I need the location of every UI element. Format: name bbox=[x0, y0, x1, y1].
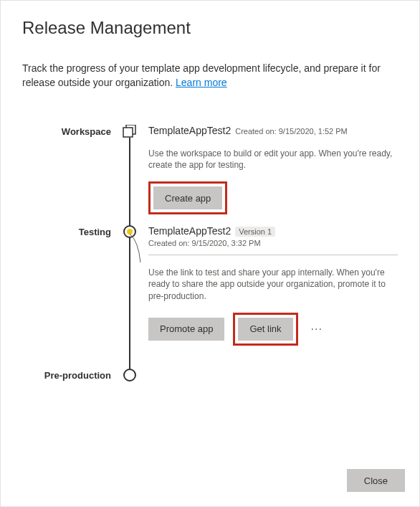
preproduction-node bbox=[123, 369, 136, 382]
close-button[interactable]: Close bbox=[347, 469, 405, 492]
release-pipeline: Workspace TemplateAppTest2 Created on: 9… bbox=[22, 125, 398, 397]
divider bbox=[148, 255, 398, 255]
svg-rect-1 bbox=[123, 128, 133, 137]
get-link-button[interactable]: Get link bbox=[238, 318, 292, 341]
stage-workspace: Workspace TemplateAppTest2 Created on: 9… bbox=[22, 125, 398, 225]
testing-version-badge: Version 1 bbox=[235, 227, 275, 237]
workspace-created-on: Created on: 9/15/2020, 1:52 PM bbox=[235, 127, 348, 136]
create-app-button[interactable]: Create app bbox=[153, 186, 222, 209]
more-actions-button[interactable]: ··· bbox=[307, 323, 327, 336]
stage-label-workspace: Workspace bbox=[62, 126, 111, 137]
stage-label-testing: Testing bbox=[79, 227, 111, 237]
stage-testing: Testing TemplateAppTest2 Version 1 Creat… bbox=[22, 225, 398, 369]
get-link-highlight: Get link bbox=[233, 313, 297, 346]
testing-created-on: Created on: 9/15/2020, 3:32 PM bbox=[148, 239, 398, 247]
learn-more-link[interactable]: Learn more bbox=[176, 77, 227, 88]
page-title: Release Management bbox=[22, 18, 398, 38]
promote-app-button[interactable]: Promote app bbox=[148, 318, 224, 341]
description: Track the progress of your template app … bbox=[22, 61, 398, 90]
testing-description: Use the link to test and share your app … bbox=[148, 267, 398, 303]
stage-label-preproduction: Pre-production bbox=[44, 370, 111, 381]
workspace-description: Use the workspace to build or edit your … bbox=[148, 148, 398, 172]
stage-preproduction: Pre-production bbox=[22, 369, 398, 397]
workspace-app-name: TemplateAppTest2 bbox=[148, 125, 231, 136]
connector-curve bbox=[130, 234, 144, 262]
testing-app-name: TemplateAppTest2 bbox=[148, 225, 231, 237]
create-app-highlight: Create app bbox=[148, 181, 227, 214]
